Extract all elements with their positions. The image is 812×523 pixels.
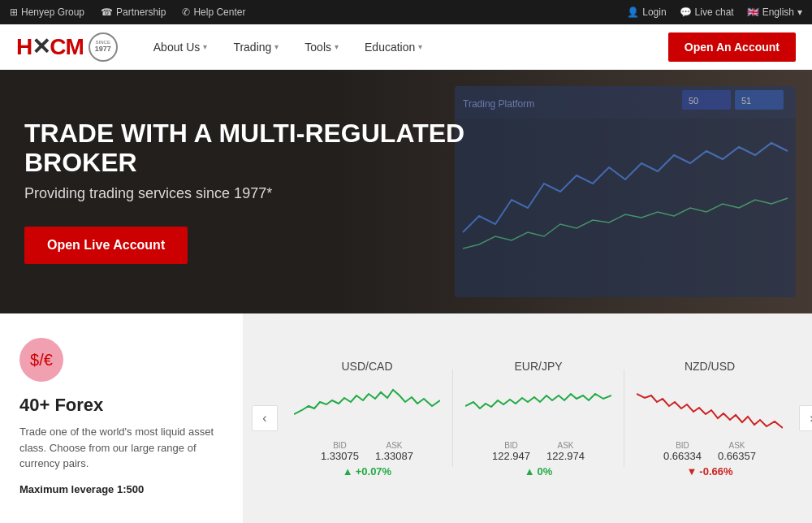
forex-leverage: Maximum leverage 1:500 — [19, 483, 223, 495]
charts-container: USD/CAD BID 1.33075 ASK 1.33087 ▲ — [278, 344, 799, 494]
nav-item-tools[interactable]: Tools ▾ — [293, 24, 350, 70]
chat-icon: 💬 — [680, 6, 692, 18]
chart-pair-label: EUR/JPY — [514, 360, 562, 373]
arrow-up-icon: ▲ — [525, 465, 535, 478]
logo[interactable]: H✕CM SINCE 1977 — [16, 32, 118, 62]
open-account-button[interactable]: Open An Account — [668, 32, 796, 62]
chart-divider — [452, 370, 453, 467]
user-icon: 👤 — [627, 6, 639, 18]
chevron-down-icon: ▾ — [797, 6, 802, 18]
chevron-down-icon: ▾ — [203, 42, 207, 51]
carousel-prev-button[interactable]: ‹ — [252, 405, 278, 431]
forex-title: 40+ Forex — [19, 395, 223, 416]
top-bar-right: 👤 Login 💬 Live chat 🇬🇧 English ▾ — [627, 6, 802, 18]
chart-pair-label: NZD/USD — [685, 360, 735, 373]
login-link[interactable]: 👤 Login — [627, 6, 666, 18]
bid-group: BID 122.947 — [492, 441, 530, 462]
svg-text:50: 50 — [689, 96, 698, 106]
carousel-next-button[interactable]: › — [799, 405, 812, 431]
top-bar-left: ⊞ Henyep Group ☎ Partnership ✆ Help Cent… — [10, 6, 245, 18]
bid-group: BID 0.66334 — [663, 441, 702, 462]
logo-text: H✕CM — [16, 33, 84, 60]
hero-title: TRADE WITH A MULTI-REGULATED BROKER — [24, 119, 479, 176]
nav-item-about[interactable]: About Us ▾ — [142, 24, 219, 70]
chart-divider — [624, 370, 624, 467]
bid-group: BID 1.33075 — [321, 441, 359, 462]
partnership-link[interactable]: ☎ Partnership — [101, 6, 166, 18]
building-icon: ⊞ — [10, 6, 18, 18]
navbar: H✕CM SINCE 1977 About Us ▾ Trading ▾ Too… — [0, 24, 812, 70]
forex-description: Trade one of the world's most liquid ass… — [19, 424, 223, 472]
arrow-up-icon: ▲ — [343, 465, 353, 478]
flag-icon: 🇬🇧 — [747, 6, 759, 18]
open-live-account-button[interactable]: Open Live Account — [24, 227, 188, 264]
forex-icon: $/€ — [19, 338, 63, 382]
phone-icon: ✆ — [182, 6, 190, 18]
bottom-section: $/€ 40+ Forex Trade one of the world's m… — [0, 313, 812, 523]
mini-chart-usdcad — [294, 378, 440, 434]
hero-subtitle: Providing trading services since 1977* — [24, 185, 788, 202]
chart-values-eurjpy: BID 122.947 ASK 122.974 — [492, 441, 585, 462]
mini-chart-eurjpy — [465, 378, 611, 434]
chart-change-nzdusd: ▼ -0.66% — [686, 465, 732, 478]
mini-chart-nzdusd — [637, 378, 783, 434]
chevron-down-icon: ▾ — [274, 42, 279, 51]
chart-values-usdcad: BID 1.33075 ASK 1.33087 — [321, 441, 413, 462]
arrow-down-icon: ▼ — [686, 465, 697, 478]
logo-since-badge: SINCE 1977 — [89, 32, 118, 62]
chart-change-usdcad: ▲ +0.07% — [343, 465, 391, 478]
chart-item-eurjpy: EUR/JPY BID 122.947 ASK 122.974 ▲ — [457, 360, 620, 478]
top-bar: ⊞ Henyep Group ☎ Partnership ✆ Help Cent… — [0, 0, 812, 24]
nav-item-trading[interactable]: Trading ▾ — [222, 24, 290, 70]
nav-links: About Us ▾ Trading ▾ Tools ▾ Education ▾ — [142, 24, 668, 70]
chevron-down-icon: ▾ — [335, 42, 339, 51]
handshake-icon: ☎ — [101, 6, 113, 18]
charts-panel: ‹ USD/CAD BID 1.33075 ASK 1.33087 — [244, 313, 812, 523]
hero-section: Trading Platform 50 51 TRADE WITH A MULT… — [0, 70, 812, 313]
forex-panel: $/€ 40+ Forex Trade one of the world's m… — [0, 313, 244, 523]
ask-group: ASK 0.66357 — [718, 441, 756, 462]
language-selector[interactable]: 🇬🇧 English ▾ — [747, 6, 802, 18]
hero-content: TRADE WITH A MULTI-REGULATED BROKER Prov… — [24, 119, 788, 263]
nav-item-education[interactable]: Education ▾ — [353, 24, 434, 70]
chart-item-usdcad: USD/CAD BID 1.33075 ASK 1.33087 ▲ — [286, 360, 448, 478]
ask-group: ASK 1.33087 — [375, 441, 413, 462]
henyep-group-link[interactable]: ⊞ Henyep Group — [10, 6, 84, 18]
svg-text:51: 51 — [741, 96, 751, 106]
chart-item-nzdusd: NZD/USD BID 0.66334 ASK 0.66357 ▼ — [628, 360, 791, 478]
ask-group: ASK 122.974 — [546, 441, 585, 462]
chart-values-nzdusd: BID 0.66334 ASK 0.66357 — [663, 441, 756, 462]
chart-change-eurjpy: ▲ 0% — [525, 465, 553, 478]
live-chat-link[interactable]: 💬 Live chat — [680, 6, 734, 18]
help-center-link[interactable]: ✆ Help Center — [182, 6, 245, 18]
chart-pair-label: USD/CAD — [341, 360, 392, 373]
chevron-down-icon: ▾ — [418, 42, 422, 51]
svg-text:Trading Platform: Trading Platform — [463, 98, 534, 110]
